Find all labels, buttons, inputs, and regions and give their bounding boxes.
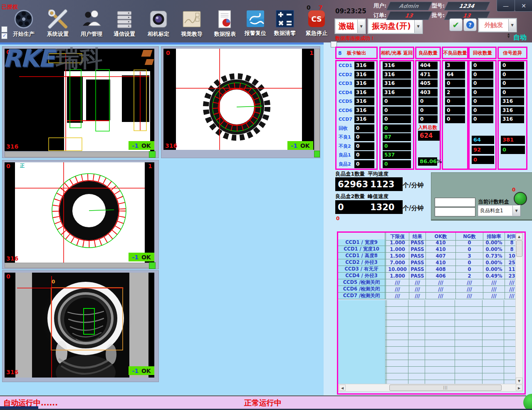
user-value: Admin [387, 2, 432, 10]
communication-settings-button[interactable]: 通信设置 [111, 9, 138, 41]
table-row[interactable]: CCD2 / 外径3 7.000 PASS 410 0 0.00% 25 [338, 259, 525, 266]
scroll-up-icon[interactable]: ▲ [516, 233, 522, 240]
row-label: CCD2 [339, 72, 354, 77]
table-row: 0 [499, 61, 526, 70]
camera-3-resize-handle[interactable] [149, 262, 156, 269]
value-box: 316 [354, 89, 374, 97]
value-box: 0 [445, 107, 465, 114]
data-report-button[interactable]: 数据报表 [211, 9, 239, 41]
table-row: 0 [470, 88, 495, 97]
value-box: 0 [472, 80, 493, 87]
vibrator-select[interactable]: 振动盘(开) ▼ [368, 19, 423, 34]
signal-diff-rows: 0000316316316 [499, 61, 526, 124]
emergency-stop-button[interactable]: CS 紧急停止 [303, 9, 330, 41]
model-field[interactable]: 1234 [444, 2, 490, 10]
chevron-down-icon[interactable]: ▼ [512, 206, 520, 216]
value-box: 316 [383, 62, 411, 70]
recycle-count-rows: 0000000 [470, 61, 495, 124]
table-row[interactable]: CCD1 / 宽度9 1.000 PASS 410 0 0.00% 8 [338, 239, 525, 246]
table-row: 0 [381, 97, 413, 106]
counter-input-2[interactable] [435, 207, 475, 216]
camera-3-scroll-strip[interactable] [5, 263, 149, 268]
box2-count-value: 0 [335, 200, 369, 214]
help-button[interactable]: ? [463, 18, 477, 31]
table-row: 0 [470, 106, 495, 115]
confirm-button[interactable]: ✔ [449, 18, 463, 31]
camera-2-resize-handle[interactable] [314, 151, 320, 157]
table-row[interactable]: CCD3 / 有无牙 10.000 PASS 408 0 0.00% 11 [338, 266, 525, 273]
data-clear-button[interactable]: 数据清零 [271, 9, 299, 41]
hscroll-thumb[interactable]: ||| [389, 385, 502, 391]
cell-lower-limit: 10.000 [386, 266, 409, 273]
toolbar-separator [0, 42, 324, 45]
value-box: 316 [354, 107, 374, 114]
mode-label: 自动 [513, 33, 527, 42]
close-button[interactable]: ✕ [515, 0, 532, 12]
minimize-button[interactable]: — [497, 0, 515, 12]
alarm-reset-button[interactable]: 报警复位 [242, 9, 269, 41]
chevron-down-icon[interactable]: ▼ [508, 19, 516, 31]
table-row[interactable]: CCD4 / 外径3 1.800 PASS 406 2 0.49% 23 [338, 273, 525, 279]
system-settings-button[interactable]: 系统设置 [44, 9, 72, 41]
scroll-right-icon[interactable]: ▶ [516, 385, 522, 391]
camera-1-scroll-strip[interactable] [5, 152, 149, 157]
value-box: 316 [383, 80, 411, 87]
detail-table-hscrollbar[interactable]: ◀ ||| ▶ [338, 384, 523, 392]
order-field[interactable]: 13 [386, 11, 433, 20]
cell-result: /// [409, 279, 426, 286]
value-box: 316 [501, 115, 524, 123]
table-row[interactable]: CCD5 /检测关闭 /// /// /// /// /// /// [338, 279, 525, 286]
chevron-down-icon[interactable]: ▼ [414, 20, 422, 33]
value-box: 0 [472, 97, 493, 105]
trigger-select-value: 外触发 [479, 21, 508, 29]
value-box: 405 [418, 80, 438, 87]
db-status-message: 数据库连接成功！ [335, 35, 375, 42]
result-value: -1 [132, 142, 139, 149]
table-row: 403 [416, 88, 440, 97]
cell-ng-count: 2 [456, 273, 483, 279]
counter-input-1[interactable] [435, 198, 475, 207]
box2-count-label: 良品盒2数量 [335, 193, 365, 200]
table-row[interactable]: CCD6 /检测关闭 /// /// /// /// /// /// [338, 286, 525, 293]
application-window: 已授权 ✓ 开始生产 系统设置 用户管理 [0, 0, 532, 410]
toolbar-checkbox-1[interactable] [1, 26, 7, 32]
cell-ng-count: /// [456, 279, 483, 286]
camera-3-count: 316 [6, 255, 18, 262]
detail-table: 下限值 结果 OK数 NG数 排除率 时间 CCD1 / 宽度9 1.000 P… [337, 231, 526, 395]
camera-1-resize-handle[interactable] [149, 151, 156, 158]
box1-count-value: 629639 [335, 177, 369, 191]
mode-spinner[interactable]: ▲▼ [507, 33, 510, 39]
table-row: 0 [443, 115, 467, 124]
detail-table-vscrollbar[interactable]: ▲ ▼ [515, 233, 523, 385]
table-row: 不良2 0 [337, 142, 376, 151]
counter-box-select[interactable]: 良品料盒1 ▼ [478, 205, 520, 216]
user-management-button[interactable]: 用户管理 [78, 9, 105, 41]
trigger-select[interactable]: 外触发 ▼ [478, 18, 517, 32]
camera-2-scroll-strip[interactable] [314, 49, 320, 151]
magnetize-select[interactable]: 激磁 ▼ [335, 19, 366, 34]
feed-total-label: 入料总数 [418, 124, 437, 131]
cell-reject-rate: 0.73% [483, 253, 505, 259]
start-production-button[interactable]: 开始生产 [10, 9, 37, 41]
camera-calibration-button[interactable]: 相机标定 [145, 9, 172, 41]
row-label: CCD5 [339, 99, 354, 104]
vscroll-thumb[interactable] [516, 240, 522, 257]
value-box: 3 [445, 62, 465, 70]
user-field[interactable]: Admin [386, 2, 433, 10]
chevron-down-icon[interactable]: ▼ [357, 20, 365, 33]
vision-teaching-button[interactable]: 视觉教导 [178, 9, 205, 41]
result-value: -1 [132, 254, 139, 261]
cell-lower-limit: 1.000 [386, 239, 409, 246]
value-box: 0 [383, 97, 411, 105]
value-box: 0 [354, 151, 374, 159]
table-row[interactable]: CCD1 / 高度8 1.500 PASS 407 3 0.73% 10 [338, 253, 525, 259]
table-row[interactable]: CCD1 / 宽度10 1.000 PASS 410 0 0.00% 8 [338, 246, 525, 253]
table-row[interactable]: CCD7 /检测关闭 /// /// /// /// /// /// [338, 293, 525, 299]
table-row: 405 [416, 79, 440, 88]
scroll-left-icon[interactable]: ◀ [339, 385, 346, 391]
scroll-down-icon[interactable]: ▼ [516, 378, 522, 384]
toolbar-checkbox-2[interactable]: ✓ [1, 33, 7, 39]
status-bar-right: 正常运行中 [241, 395, 526, 410]
camera-4-image [5, 273, 154, 378]
value-box: 0 [418, 97, 438, 105]
